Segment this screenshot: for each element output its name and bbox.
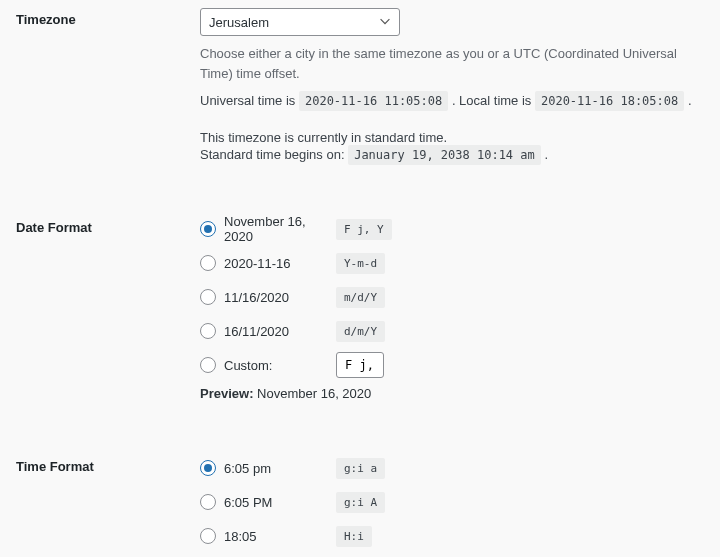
timezone-label: Timezone <box>16 8 200 27</box>
date-option-3[interactable]: 16/11/2020 d/m/Y <box>200 318 704 344</box>
timezone-row: Timezone Jerusalem Choose either a city … <box>16 8 704 162</box>
standard-current: This timezone is currently in standard t… <box>200 130 704 145</box>
timezone-select[interactable]: Jerusalem <box>200 8 400 36</box>
date-display-3: 16/11/2020 <box>224 324 336 339</box>
time-format-field: 6:05 pm g:i a 6:05 PM g:i A 18:05 H:i Cu… <box>200 455 704 557</box>
time-format-row: Time Format 6:05 pm g:i a 6:05 PM g:i A … <box>16 455 704 557</box>
date-code-3: d/m/Y <box>336 321 385 342</box>
date-display-1: 2020-11-16 <box>224 256 336 271</box>
date-custom-label: Custom: <box>224 358 336 373</box>
date-radio-2[interactable] <box>200 289 216 305</box>
date-radio-custom[interactable] <box>200 357 216 373</box>
date-format-row: Date Format November 16, 2020 F j, Y 202… <box>16 216 704 401</box>
date-format-field: November 16, 2020 F j, Y 2020-11-16 Y-m-… <box>200 216 704 401</box>
time-option-2[interactable]: 18:05 H:i <box>200 523 704 549</box>
date-display-0: November 16, 2020 <box>224 214 336 244</box>
time-option-1[interactable]: 6:05 PM g:i A <box>200 489 704 515</box>
local-prefix: . Local time is <box>452 93 535 108</box>
date-preview: Preview: November 16, 2020 <box>200 386 704 401</box>
date-radio-3[interactable] <box>200 323 216 339</box>
utc-time-code: 2020-11-16 11:05:08 <box>299 91 448 111</box>
time-code-0: g:i a <box>336 458 385 479</box>
time-display-2: 18:05 <box>224 529 336 544</box>
time-radio-1[interactable] <box>200 494 216 510</box>
time-format-label: Time Format <box>16 455 200 474</box>
timezone-field: Jerusalem Choose either a city in the sa… <box>200 8 704 162</box>
standard-begins: Standard time begins on: January 19, 203… <box>200 147 704 162</box>
date-display-2: 11/16/2020 <box>224 290 336 305</box>
time-display-0: 6:05 pm <box>224 461 336 476</box>
date-code-1: Y-m-d <box>336 253 385 274</box>
date-format-label: Date Format <box>16 216 200 235</box>
timezone-times: Universal time is 2020-11-16 11:05:08 . … <box>200 93 704 108</box>
date-radio-1[interactable] <box>200 255 216 271</box>
time-radio-0[interactable] <box>200 460 216 476</box>
date-custom-input[interactable] <box>336 352 384 378</box>
time-trailing: . <box>688 93 692 108</box>
time-code-2: H:i <box>336 526 372 547</box>
date-preview-value: November 16, 2020 <box>257 386 371 401</box>
utc-prefix: Universal time is <box>200 93 299 108</box>
date-option-custom[interactable]: Custom: <box>200 352 704 378</box>
time-display-1: 6:05 PM <box>224 495 336 510</box>
date-option-2[interactable]: 11/16/2020 m/d/Y <box>200 284 704 310</box>
date-code-0: F j, Y <box>336 219 392 240</box>
time-option-0[interactable]: 6:05 pm g:i a <box>200 455 704 481</box>
standard-begins-prefix: Standard time begins on: <box>200 147 348 162</box>
standard-begins-suffix: . <box>544 147 548 162</box>
date-code-2: m/d/Y <box>336 287 385 308</box>
date-option-1[interactable]: 2020-11-16 Y-m-d <box>200 250 704 276</box>
date-option-0[interactable]: November 16, 2020 F j, Y <box>200 216 704 242</box>
standard-begins-code: January 19, 2038 10:14 am <box>348 145 541 165</box>
date-radio-0[interactable] <box>200 221 216 237</box>
local-time-code: 2020-11-16 18:05:08 <box>535 91 684 111</box>
timezone-help: Choose either a city in the same timezon… <box>200 44 704 83</box>
time-code-1: g:i A <box>336 492 385 513</box>
date-preview-label: Preview: <box>200 386 253 401</box>
time-radio-2[interactable] <box>200 528 216 544</box>
